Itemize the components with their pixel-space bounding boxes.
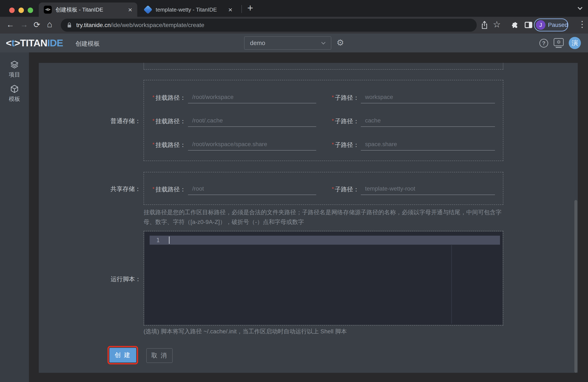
required-asterisk: * xyxy=(152,141,154,148)
script-section-label: 运行脚本： xyxy=(39,275,141,283)
script-editor-surface[interactable]: 1 xyxy=(144,232,503,325)
path-hint: 挂载路径是您的工作区目标路径，必须是合法的文件夹路径；子路径名是网络存储源子路径… xyxy=(144,207,510,227)
tab-title: 创建模板 - TitanIDE xyxy=(56,6,125,13)
close-icon[interactable]: × xyxy=(128,6,132,13)
bookmark-star-icon[interactable]: ☆ xyxy=(493,19,501,30)
storage-row: *挂载路径： *子路径： xyxy=(144,184,503,195)
required-asterisk: * xyxy=(332,141,334,148)
required-asterisk: * xyxy=(152,186,154,192)
profile-avatar: J xyxy=(536,20,546,30)
mount-path-input[interactable] xyxy=(188,184,316,195)
app-header: <t>TITANIDE 创建模板 demo ⚙ ? ⚙ 演 xyxy=(0,34,588,52)
mount-path-label: *挂载路径： xyxy=(144,141,186,149)
forward-button[interactable]: → xyxy=(20,20,28,29)
home-button[interactable]: ⌂ xyxy=(47,19,52,29)
subpath-input[interactable] xyxy=(361,92,495,103)
create-button-highlight: 创 建 xyxy=(107,346,138,364)
traffic-light-minimize[interactable] xyxy=(19,8,24,13)
subpath-input[interactable] xyxy=(361,184,495,195)
required-asterisk: * xyxy=(152,118,154,124)
sidebar: 项目 模板 xyxy=(0,52,29,382)
address-bar[interactable]: try.titanide.cn/ide/web/workspace/templa… xyxy=(61,19,477,32)
normal-storage-label: 普通存储： xyxy=(39,117,141,125)
template-wetty-favicon-icon xyxy=(144,5,152,14)
subpath-label: *子路径： xyxy=(316,94,359,102)
required-asterisk: * xyxy=(332,186,334,192)
traffic-light-zoom[interactable] xyxy=(28,8,33,13)
lock-icon xyxy=(67,22,72,28)
extensions-icon[interactable] xyxy=(511,21,519,29)
required-asterisk: * xyxy=(332,118,334,124)
url-host: try.titanide.cn xyxy=(76,22,111,28)
subpath-label: *子路径： xyxy=(316,141,359,149)
shared-storage-label: 共享存储： xyxy=(39,185,141,193)
close-icon[interactable]: × xyxy=(228,6,232,13)
subpath-input[interactable] xyxy=(361,116,495,127)
create-button[interactable]: 创 建 xyxy=(109,348,136,362)
logo-titan: TITAN xyxy=(20,37,47,48)
line-number: 1 xyxy=(150,237,166,243)
cube-icon xyxy=(10,84,19,93)
traffic-light-close[interactable] xyxy=(9,8,15,13)
editor-cursor xyxy=(169,237,169,244)
url-path: /ide/web/workspace/template/create xyxy=(111,22,204,28)
logo-ide: IDE xyxy=(47,37,63,48)
browser-menu-icon[interactable]: ⋮ xyxy=(578,19,586,29)
sidebar-item-templates[interactable]: 模板 xyxy=(0,84,29,103)
subpath-label: *子路径： xyxy=(316,185,359,194)
page-title: 创建模板 xyxy=(75,40,100,48)
tab-create-template[interactable]: <t> 创建模板 - TitanIDE × xyxy=(39,2,137,17)
storage-row: *挂载路径： *子路径： xyxy=(144,92,503,103)
mount-path-label: *挂载路径： xyxy=(144,94,186,102)
cancel-button[interactable]: 取 消 xyxy=(146,348,173,363)
help-icon[interactable]: ? xyxy=(539,39,548,47)
reload-button[interactable]: ⟳ xyxy=(34,20,40,29)
titanide-favicon-icon: <t> xyxy=(44,6,52,14)
workspace-select[interactable]: demo xyxy=(244,36,331,50)
mount-path-label: *挂载路径： xyxy=(144,185,186,194)
storage-row: *挂载路径： *子路径： xyxy=(144,140,503,151)
system-settings-icon[interactable]: ⚙ xyxy=(554,38,564,46)
profile-chip[interactable]: J Paused xyxy=(534,19,568,31)
new-tab-button[interactable]: + xyxy=(247,2,253,14)
tab-title: template-wetty - TitanIDE xyxy=(156,6,225,13)
tab-template-wetty[interactable]: template-wetty - TitanIDE × xyxy=(139,2,237,17)
sidebar-item-label: 项目 xyxy=(9,71,20,78)
tab-search-chevron-icon[interactable] xyxy=(578,5,583,10)
subpath-input[interactable] xyxy=(361,140,495,151)
script-editor[interactable]: 1 xyxy=(144,231,503,326)
scrolled-group-box xyxy=(144,63,503,70)
profile-status: Paused xyxy=(548,22,568,28)
logo-bracket-open: < xyxy=(6,37,11,48)
normal-storage-group: *挂载路径： *子路径： *挂载路径： *子路径： *挂载路径： *子路径： xyxy=(144,80,503,161)
tab-divider xyxy=(241,5,242,13)
mount-path-input[interactable] xyxy=(188,116,316,127)
workspace-select-value: demo xyxy=(250,40,322,46)
editor-active-line: 1 xyxy=(150,236,500,245)
shared-storage-group: *挂载路径： *子路径： xyxy=(144,172,503,205)
back-button[interactable]: ← xyxy=(6,20,14,29)
mount-path-label: *挂载路径： xyxy=(144,117,186,126)
share-icon[interactable] xyxy=(481,21,488,29)
editor-ruler xyxy=(451,245,452,324)
storage-row: *挂载路径： *子路径： xyxy=(144,116,503,127)
mount-path-input[interactable] xyxy=(188,92,316,103)
create-template-form-panel: 普通存储： *挂载路径： *子路径： *挂载路径： *子路径： *挂载路径： *… xyxy=(39,63,578,373)
required-asterisk: * xyxy=(332,94,334,100)
logo-bracket-close: > xyxy=(15,37,20,48)
sidebar-item-label: 模板 xyxy=(9,95,20,103)
subpath-label: *子路径： xyxy=(316,117,359,126)
browser-tab-strip: <t> 创建模板 - TitanIDE × template-wetty - T… xyxy=(0,0,588,17)
panel-scrollbar[interactable] xyxy=(574,200,577,373)
layers-icon xyxy=(10,60,19,69)
app-logo[interactable]: <t>TITANIDE xyxy=(6,37,63,49)
gear-icon[interactable]: ⚙ xyxy=(336,38,344,47)
side-panel-icon[interactable] xyxy=(525,22,532,28)
logo-t: t xyxy=(11,37,15,48)
user-avatar[interactable]: 演 xyxy=(569,37,581,49)
browser-toolbar: ← → ⟳ ⌂ try.titanide.cn/ide/web/workspac… xyxy=(0,17,588,34)
sidebar-item-projects[interactable]: 项目 xyxy=(0,60,29,78)
script-hint: (选填) 脚本将写入路径 ~/.cache/.init，当工作区启动时自动运行以… xyxy=(144,328,347,336)
required-asterisk: * xyxy=(152,94,154,100)
mount-path-input[interactable] xyxy=(188,140,316,151)
